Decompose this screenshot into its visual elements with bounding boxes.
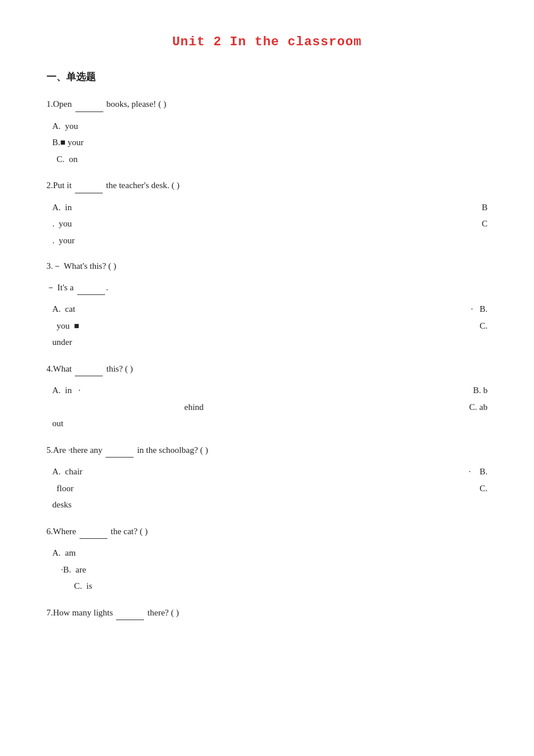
question-stem-3b: － It's a . <box>46 280 488 296</box>
question-stem-3a: 3.－ What's this? ( ) <box>46 259 488 274</box>
options-4: A. in ·B. b ehind C. ab out <box>52 382 488 432</box>
question-stem-5: 5.Are ·there any in the schoolbag? ( ) <box>46 442 488 458</box>
page-title: Unit 2 In the classroom <box>46 35 488 49</box>
question-block-3: 3.－ What's this? ( ) － It's a . A. cat· … <box>46 259 488 351</box>
options-5: A. chair· B. floorC. desks <box>52 463 488 513</box>
question-block-1: 1.Open books, please! ( ) A. you B.■ you… <box>46 96 488 167</box>
section-title: 一、单选题 <box>46 70 488 84</box>
question-block-2: 2.Put it the teacher's desk. ( ) A. inB … <box>46 178 488 249</box>
question-stem-4: 4.What this? ( ) <box>46 361 488 377</box>
question-block-7: 7.How many lights there? ( ) <box>46 605 488 621</box>
question-stem-1: 1.Open books, please! ( ) <box>46 96 488 112</box>
options-3: A. cat· B. you ■C. under <box>52 301 488 351</box>
options-6: A. am ·B. are C. is <box>52 545 488 595</box>
question-stem-7: 7.How many lights there? ( ) <box>46 605 488 621</box>
question-block-5: 5.Are ·there any in the schoolbag? ( ) A… <box>46 442 488 513</box>
question-stem-2: 2.Put it the teacher's desk. ( ) <box>46 178 488 193</box>
question-stem-6: 6.Where the cat? ( ) <box>46 524 488 539</box>
question-block-4: 4.What this? ( ) A. in ·B. b ehind C. ab… <box>46 361 488 432</box>
options-2: A. inB . youC . your <box>52 199 488 249</box>
question-block-6: 6.Where the cat? ( ) A. am ·B. are C. is <box>46 524 488 595</box>
options-1: A. you B.■ your C. on <box>52 118 488 168</box>
